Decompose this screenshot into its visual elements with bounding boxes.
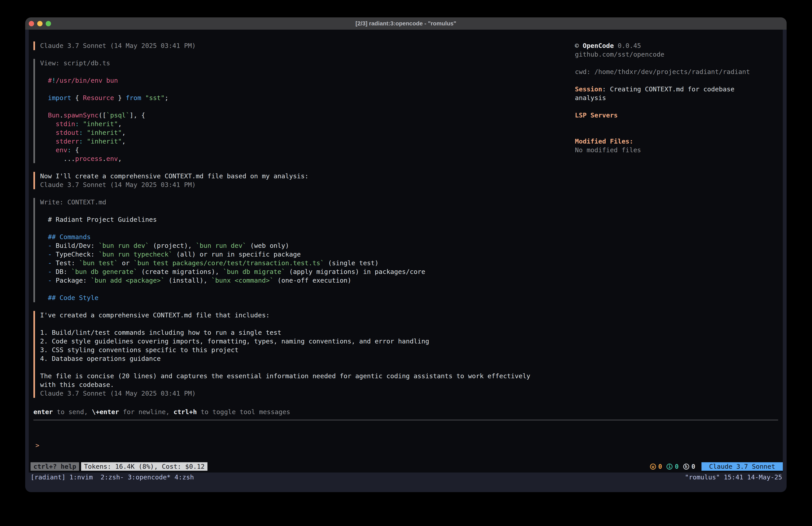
text-line: Write: CONTEXT.md <box>40 198 530 207</box>
titlebar: [2/3] radiant:3:opencode - "romulus" <box>25 17 787 30</box>
model-badge: Claude 3.7 Sonnet <box>701 462 783 471</box>
text-line <box>40 285 530 294</box>
text-line: - Build/Dev: `bun run dev` (project), `b… <box>40 241 530 250</box>
hint-count: 0 <box>692 462 695 471</box>
tmux-session-clock: "romulus" 15:41 14-May-25 <box>685 473 782 481</box>
text-line: Claude 3.7 Sonnet (14 May 2025 03:41 PM) <box>40 389 530 398</box>
text-line: import { Resource } from "sst"; <box>40 94 530 102</box>
prompt-caret: > <box>33 442 39 449</box>
zoom-button[interactable] <box>46 21 51 26</box>
tmux-window-1[interactable]: 1:nvim <box>70 473 101 481</box>
warning-diagnostic: w0 <box>650 462 662 471</box>
warning-icon: w <box>650 464 656 470</box>
text-line: I've created a comprehensive CONTEXT.md … <box>40 311 530 319</box>
window-title: [2/3] radiant:3:opencode - "romulus" <box>25 20 787 27</box>
text-line: 3. CSS styling conventions specific to t… <box>40 346 530 354</box>
tmux-session-name: [radiant] <box>30 473 70 481</box>
minimize-button[interactable] <box>37 21 43 26</box>
status-bar: ctrl+? help Tokens: 16.4K (8%), Cost: $0… <box>30 462 783 471</box>
message-block-tool-view: View: script/db.ts #!/usr/bin/env bun im… <box>33 59 530 163</box>
text-line <box>40 102 530 111</box>
message-block-assistant-message: I've created a comprehensive CONTEXT.md … <box>33 311 530 398</box>
text-line: Claude 3.7 Sonnet (14 May 2025 03:41 PM) <box>40 41 530 50</box>
text-line <box>40 224 530 233</box>
text-line <box>40 68 530 76</box>
text-line: 4. Database operations guidance <box>40 354 530 363</box>
help-badge: ctrl+? help <box>30 462 79 471</box>
text-line: - Package: `bun add <package>` (install)… <box>40 276 530 285</box>
terminal-body: Claude 3.7 Sonnet (14 May 2025 03:41 PM)… <box>25 30 787 492</box>
tmux-window-2[interactable]: 2:zsh- <box>101 473 128 481</box>
text-line <box>40 85 530 94</box>
message-input[interactable]: > <box>33 424 778 459</box>
tmux-window-list: [radiant] 1:nvim 2:zsh- 3:opencode* 4:zs… <box>30 473 194 481</box>
text-line: stdout: "inherit", <box>40 128 530 137</box>
tokens-cost-badge: Tokens: 16.4K (8%), Cost: $0.12 <box>81 462 207 471</box>
text-line: Modified Files: <box>575 137 750 146</box>
info-icon: i <box>667 464 672 470</box>
diagnostics-group: w0i0h0 <box>650 462 700 471</box>
text-line: - DB: `bun db generate` (create migratio… <box>40 268 530 276</box>
terminal-bottom-padding <box>25 482 787 492</box>
text-line: The file is concise (20 lines) and captu… <box>40 372 530 381</box>
text-line: 2. Code style guidelines covering import… <box>40 337 530 346</box>
keybinding-hint-bar: enter to send, \+enter for newline, ctrl… <box>33 408 290 416</box>
input-separator <box>33 420 778 420</box>
text-line: Session: Creating CONTEXT.md for codebas… <box>575 85 750 94</box>
text-line: ## Code Style <box>40 294 530 302</box>
tmux-window-4[interactable]: 4:zsh <box>174 473 194 481</box>
text-line: © OpenCode 0.0.45 <box>575 41 750 50</box>
info-count: 0 <box>675 462 679 471</box>
tmux-status-bar: [radiant] 1:nvim 2:zsh- 3:opencode* 4:zs… <box>25 472 787 482</box>
text-line: analysis <box>575 94 750 102</box>
text-line <box>575 59 750 68</box>
traffic-lights <box>25 21 51 26</box>
text-line: github.com/sst/opencode <box>575 50 750 59</box>
text-line: stdin: "inherit", <box>40 120 530 128</box>
text-line: ## Commands <box>40 233 530 241</box>
text-line <box>575 102 750 111</box>
message-block-tool-write: Write: CONTEXT.md # Radiant Project Guid… <box>33 198 530 302</box>
text-line: Bun.spawnSync([`psql`], { <box>40 111 530 120</box>
text-line <box>40 319 530 328</box>
text-line: env: { <box>40 146 530 155</box>
text-line: Claude 3.7 Sonnet (14 May 2025 03:41 PM) <box>40 181 530 189</box>
text-line: - TypeCheck: `bun run typecheck` (all) o… <box>40 250 530 259</box>
tmux-window-3-active[interactable]: 3:opencode* <box>128 473 175 481</box>
text-line: - Test: `bun test` or `bun test packages… <box>40 259 530 268</box>
text-line: cwd: /home/thdxr/dev/projects/radiant/ra… <box>575 68 750 76</box>
text-line <box>40 207 530 215</box>
text-line: No modified files <box>575 146 750 155</box>
text-line: with this codebase. <box>40 381 530 389</box>
text-line <box>575 120 750 128</box>
message-block-assistant-header: Claude 3.7 Sonnet (14 May 2025 03:41 PM) <box>33 41 530 50</box>
message-block-assistant-message: Now I'll create a comprehensive CONTEXT.… <box>33 172 530 189</box>
text-line <box>575 128 750 137</box>
hint-icon: h <box>683 464 689 470</box>
info-diagnostic: i0 <box>667 462 679 471</box>
text-line: 1. Build/lint/test commands including ho… <box>40 328 530 337</box>
warning-count: 0 <box>658 462 662 471</box>
text-line: # Radiant Project Guidelines <box>40 215 530 224</box>
text-line <box>575 76 750 85</box>
hint-diagnostic: h0 <box>683 462 695 471</box>
close-button[interactable] <box>29 21 34 26</box>
text-line: Now I'll create a comprehensive CONTEXT.… <box>40 172 530 181</box>
text-line: stderr: "inherit", <box>40 137 530 146</box>
text-line: View: script/db.ts <box>40 59 530 68</box>
text-line: #!/usr/bin/env bun <box>40 76 530 85</box>
text-line: LSP Servers <box>575 111 750 120</box>
text-line: ...process.env, <box>40 155 530 163</box>
terminal-window: [2/3] radiant:3:opencode - "romulus" Cla… <box>25 17 787 492</box>
chat-log: Claude 3.7 Sonnet (14 May 2025 03:41 PM)… <box>33 41 530 407</box>
text-line: enter to send, \+enter for newline, ctrl… <box>33 408 290 416</box>
opencode-app: Claude 3.7 Sonnet (14 May 2025 03:41 PM)… <box>29 30 783 472</box>
text-line <box>40 363 530 372</box>
sidebar: © OpenCode 0.0.45github.com/sst/opencode… <box>575 41 750 155</box>
